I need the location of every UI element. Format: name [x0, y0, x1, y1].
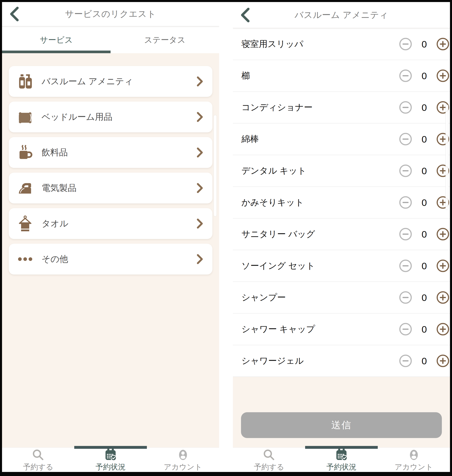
category-towels[interactable]: タオル — [9, 208, 213, 239]
nav-item-reserve[interactable]: 予約する — [2, 448, 74, 472]
tab-services[interactable]: サービス — [2, 27, 111, 53]
decrement-button[interactable] — [399, 322, 412, 336]
category-label: 電気製品 — [42, 182, 76, 194]
plus-circle-icon — [436, 69, 450, 82]
chevron-right-icon — [196, 253, 204, 265]
quantity-stepper: 0 — [399, 259, 450, 272]
increment-button[interactable] — [436, 227, 450, 241]
increment-button[interactable] — [436, 259, 450, 272]
increment-button[interactable] — [436, 69, 450, 82]
quantity-value: 0 — [412, 355, 436, 367]
plus-circle-icon — [436, 291, 450, 304]
item-cotton-swabs: 綿棒 0 — [233, 123, 450, 155]
account-icon — [177, 448, 189, 461]
nav-item-account[interactable]: アカウント — [378, 448, 450, 472]
active-tab-underline — [2, 51, 111, 53]
plus-circle-icon — [436, 322, 450, 336]
minus-circle-icon — [399, 354, 412, 367]
category-list: バスルーム アメニティ — [2, 53, 219, 448]
category-bedroom-supplies[interactable]: ベッドルーム用品 — [9, 102, 213, 132]
item-sewing-set: ソーイング セット 0 — [233, 250, 450, 282]
minus-circle-icon — [399, 196, 412, 209]
decrement-button[interactable] — [399, 164, 412, 177]
minus-circle-icon — [399, 227, 412, 241]
increment-button[interactable] — [436, 354, 450, 367]
quantity-value: 0 — [412, 134, 436, 145]
quantity-stepper: 0 — [399, 227, 450, 241]
account-icon — [407, 448, 420, 461]
quantity-value: 0 — [412, 39, 436, 50]
minus-circle-icon — [399, 259, 412, 272]
category-others[interactable]: その他 — [9, 244, 213, 275]
back-button[interactable] — [8, 6, 20, 22]
page-title: バスルーム アメニティ — [295, 9, 388, 21]
search-icon — [263, 448, 275, 461]
quantity-value: 0 — [412, 197, 436, 208]
coffee-mug-icon — [18, 145, 33, 160]
quantity-value: 0 — [412, 70, 436, 82]
quantity-value: 0 — [412, 324, 436, 335]
increment-button[interactable] — [436, 322, 450, 336]
scrollbar[interactable] — [213, 115, 217, 217]
minus-circle-icon — [399, 164, 412, 177]
decrement-button[interactable] — [399, 132, 412, 146]
quantity-stepper: 0 — [399, 196, 450, 209]
amenity-label: サニタリー バッグ — [241, 228, 315, 240]
active-tab-indicator — [74, 446, 147, 449]
category-label: タオル — [42, 218, 68, 230]
search-icon — [32, 448, 45, 461]
services-request-screen: サービスのリクエスト サービス ステータス — [2, 2, 219, 472]
scrollbar[interactable] — [445, 105, 448, 210]
footer-area: 送信 — [233, 377, 450, 448]
nav-item-reserve[interactable]: 予約する — [233, 448, 305, 472]
nav-label: アカウント — [164, 462, 202, 472]
amenity-label: 櫛 — [241, 70, 250, 82]
category-bathroom-amenities[interactable]: バスルーム アメニティ — [9, 66, 213, 97]
decrement-button[interactable] — [399, 196, 412, 209]
increment-button[interactable] — [436, 37, 450, 51]
bottom-nav: 予約する 予約状況 — [233, 448, 450, 472]
chevron-right-icon — [196, 147, 204, 158]
back-button[interactable] — [239, 7, 251, 23]
tab-bar: サービス ステータス — [2, 27, 219, 53]
item-conditioner: コンディショナー 0 — [233, 92, 450, 123]
nav-item-booking-status[interactable]: 予約状況 — [305, 448, 378, 472]
amenity-label: デンタル キット — [241, 165, 306, 177]
decrement-button[interactable] — [399, 227, 412, 241]
nav-item-account[interactable]: アカウント — [147, 448, 219, 472]
plus-circle-icon — [436, 227, 450, 241]
item-razor-kit: かみそりキット 0 — [233, 187, 450, 218]
decrement-button[interactable] — [399, 354, 412, 367]
category-electronics[interactable]: 電気製品 — [9, 173, 213, 204]
quantity-stepper: 0 — [399, 101, 450, 114]
increment-button[interactable] — [436, 291, 450, 304]
decrement-button[interactable] — [399, 101, 412, 114]
screen-divider — [219, 2, 233, 472]
quantity-value: 0 — [412, 260, 436, 272]
decrement-button[interactable] — [399, 259, 412, 272]
tab-status[interactable]: ステータス — [111, 27, 219, 53]
submit-button[interactable]: 送信 — [241, 412, 442, 438]
decrement-button[interactable] — [399, 69, 412, 82]
item-shower-gel: シャワージェル 0 — [233, 345, 450, 377]
nav-item-booking-status[interactable]: 予約状況 — [74, 448, 147, 472]
left-header: サービスのリクエスト — [2, 2, 219, 27]
amenity-label: シャワー キャップ — [241, 323, 315, 335]
quantity-value: 0 — [412, 292, 436, 303]
item-comb: 櫛 0 — [233, 60, 450, 92]
quantity-stepper: 0 — [399, 322, 450, 336]
decrement-button[interactable] — [399, 291, 412, 304]
minus-circle-icon — [399, 291, 412, 304]
right-header: バスルーム アメニティ — [233, 2, 450, 28]
category-beverages[interactable]: 飲料品 — [9, 137, 213, 168]
decrement-button[interactable] — [399, 37, 412, 51]
minus-circle-icon — [399, 69, 412, 82]
quantity-stepper: 0 — [399, 354, 450, 367]
quantity-value: 0 — [412, 165, 436, 177]
plus-circle-icon — [436, 354, 450, 367]
pillow-icon — [18, 110, 33, 124]
item-shower-cap: シャワー キャップ 0 — [233, 313, 450, 345]
amenity-label: ソーイング セット — [241, 260, 315, 272]
category-label: ベッドルーム用品 — [42, 111, 112, 123]
chevron-right-icon — [196, 218, 204, 229]
